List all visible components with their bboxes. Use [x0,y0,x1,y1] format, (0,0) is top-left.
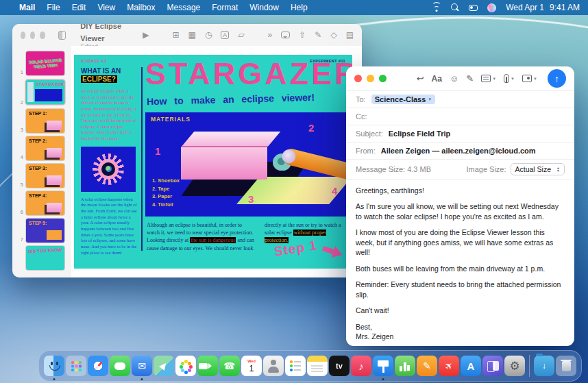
attachment-menu[interactable]: ▼ [504,74,515,83]
slide-thumbnail-3[interactable]: 3 STEP 1: [16,109,71,133]
wifi-icon[interactable] [432,4,441,12]
safari-icon[interactable] [88,356,108,376]
send-button[interactable]: ↑ [548,69,566,88]
document-icon[interactable]: ▤ [346,30,354,40]
body-paragraph: As I'm sure you all know, we will be set… [356,201,565,221]
running-indicator [53,378,56,380]
add-slide-icon[interactable]: ⊞ [172,30,179,40]
play-icon[interactable]: ▶ [143,30,149,40]
maps-icon[interactable] [154,356,174,376]
menu-format[interactable]: Format [212,3,238,12]
thumb-label: STEP 1: [29,111,47,116]
messages-icon[interactable] [110,356,130,376]
sidebar-toggle-icon[interactable] [58,31,66,40]
notes-icon[interactable] [307,356,328,376]
share-icon[interactable]: ⇧ [299,30,306,40]
system-settings-icon[interactable]: ⚙ [504,356,525,376]
slide-stargazer[interactable]: SCIENCE 4.2 EXPERIMENT #11 WHAT IS AN EC… [74,55,352,269]
slide-thumbnail-6[interactable]: 6 STEP 4: [16,191,71,215]
control-center-icon[interactable] [469,5,478,11]
close-button[interactable] [354,75,362,82]
image-size-label: Image Size: [466,165,506,173]
menu-view[interactable]: View [97,3,115,12]
numbers-icon[interactable] [395,356,415,376]
zoom-button[interactable] [40,32,45,39]
image-size-select[interactable]: Actual Size ▲▼ [511,163,565,175]
animate-icon[interactable]: ◇ [330,30,336,40]
music-icon[interactable]: ♪ [351,356,371,376]
emoji-icon[interactable]: ☺ [450,73,458,84]
cc-field[interactable]: Cc: [346,108,574,125]
message-body[interactable]: Greetings, earthlings! As I'm sure you a… [346,180,574,346]
siri-icon[interactable] [487,3,496,12]
message-size-label: Message Size: 4.3 MB [356,165,431,173]
slide-thumbnail-5[interactable]: 5 STEP 3: [16,164,71,188]
slide-thumbnail-7[interactable]: 7 STEP 5: [16,219,71,243]
minimize-button[interactable] [367,75,374,82]
text-box-icon[interactable]: A [221,31,229,40]
header-style-menu[interactable]: ▼ [481,75,496,82]
to-field[interactable]: To: Science-Class▼ [346,91,574,108]
trash-icon[interactable] [556,356,576,376]
calendar-day: 1 [249,364,254,373]
classroom-icon[interactable] [482,356,503,376]
slide-number: 2 [16,99,23,106]
materials-list: 1. Shoebox 2. Tape 3. Paper 4. Tinfoil [152,177,180,209]
chart-icon[interactable]: ◷ [205,30,212,40]
close-button[interactable] [21,32,25,39]
minimize-button[interactable] [30,32,35,39]
menu-message[interactable]: Message [167,3,201,12]
mail-compose-window[interactable]: ↩ Aa ☺ ✎ ▼ ▼ ▼ ↑ To: Science-Class▼ Cc: … [346,66,574,346]
slide-thumbnail-1[interactable]: 1 SOLAR ECLIPSE FIELD TRIP! [16,51,71,75]
shoebox-illustration [181,147,267,180]
menu-help[interactable]: Help [291,3,308,12]
schoolwork-icon[interactable]: ✈ [439,356,459,376]
reminders-icon[interactable] [285,356,306,376]
slide-canvas[interactable]: SCIENCE 4.2 EXPERIMENT #11 WHAT IS AN EC… [71,46,362,277]
search-icon[interactable] [451,3,459,12]
menu-edit[interactable]: Edit [72,3,86,12]
menu-window[interactable]: Window [249,3,279,12]
calendar-icon[interactable]: Wed 1 [241,356,262,376]
running-indicator [382,378,384,380]
insert-photo-menu[interactable]: ▼ [522,75,537,82]
slide-thumbnail-2-selected[interactable]: 2 STARGAZER [16,79,71,106]
menu-mail[interactable]: Mail [19,3,35,12]
keynote-window[interactable]: DIY Eclipse Viewer Edited ▶ ⊞ ▦ ◷ A ▱ » … [12,24,362,277]
finder-icon[interactable] [44,356,64,376]
overflow-icon[interactable]: » [268,30,273,40]
shape-icon[interactable]: ▱ [238,30,244,40]
chevron-down-icon: ▼ [428,97,432,101]
format-icon[interactable]: ✎ [315,30,321,40]
menu-bar-clock[interactable]: Wed Apr 1 9:41 AM [506,3,580,12]
pages-icon[interactable]: ✎ [417,356,437,376]
from-field[interactable]: From: Aileen Zeigen — aileen.zeigen@iclo… [346,143,574,160]
table-icon[interactable]: ▦ [188,30,196,40]
thumb-label: DID YOU KNOW [28,247,62,254]
slide-thumbnail-8[interactable]: DID YOU KNOW [16,246,71,270]
comment-icon[interactable] [281,32,290,38]
mail-icon[interactable]: ✉ [132,356,152,376]
running-indicator [141,378,143,380]
app-store-icon[interactable]: A [461,356,481,376]
launchpad-icon[interactable] [66,356,86,376]
recipient-token[interactable]: Science-Class▼ [371,95,436,104]
tv-icon[interactable]: tv [329,356,350,376]
undo-icon[interactable]: ↩ [417,73,424,84]
contacts-icon[interactable] [263,356,284,376]
downloads-folder-icon[interactable] [534,356,554,376]
markup-icon[interactable]: ✎ [466,73,474,84]
subject-field[interactable]: Subject: Eclipse Field Trip [346,125,574,143]
menu-file[interactable]: File [47,3,60,12]
keynote-icon[interactable] [373,356,393,376]
photos-icon[interactable] [175,356,196,376]
zoom-button[interactable] [379,75,387,82]
stepper-chevrons-icon: ▲▼ [556,166,560,173]
format-text-icon[interactable]: Aa [432,74,442,84]
menu-mailbox[interactable]: Mailbox [127,3,155,12]
slide-thumbnail-4[interactable]: 4 STEP 2: [16,136,71,160]
from-label: From: [356,147,376,155]
eclipse-heading: WHAT IS AN ECLIPSE? [81,67,137,83]
facetime-icon[interactable] [197,356,218,376]
phone-icon[interactable]: ☎ [219,356,240,376]
